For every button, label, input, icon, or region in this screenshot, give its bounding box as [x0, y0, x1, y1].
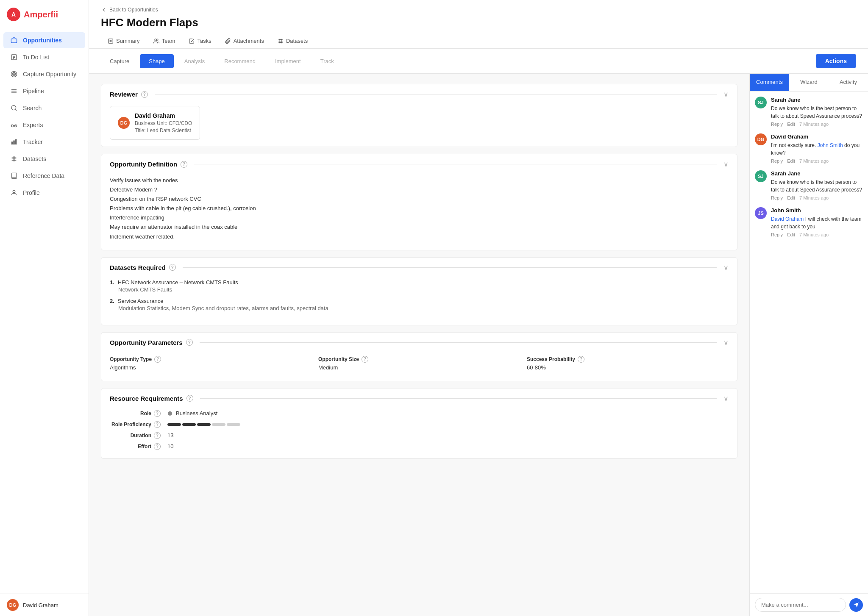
comment-body: John Smith David Graham I will check wit…	[771, 207, 863, 237]
avatar: DG	[7, 599, 19, 611]
resource-req-chevron-icon: ∨	[723, 394, 729, 402]
sidebar-item-label: Tracker	[23, 139, 43, 145]
right-panel: Comments Wizard Activity SJ Sarah Jane D…	[749, 74, 868, 616]
opp-params-help-icon[interactable]: ?	[186, 339, 193, 346]
divider	[200, 342, 717, 343]
list-icon	[10, 53, 18, 61]
svg-point-7	[14, 74, 15, 75]
datasets-req-chevron-icon: ∨	[723, 264, 729, 272]
proficiency-help-icon[interactable]: ?	[154, 421, 161, 428]
param-probability: Success Probability ? 60-80%	[527, 356, 729, 371]
opp-def-title: Opportunity Definition ?	[110, 161, 187, 168]
stage-tab-track[interactable]: Track	[312, 54, 343, 68]
divider	[200, 398, 717, 399]
reviewer-section-header[interactable]: Reviewer ? ∨	[101, 84, 737, 104]
sidebar-item-reference[interactable]: Reference Data	[3, 168, 85, 184]
opp-params-header[interactable]: Opportunity Parameters ? ∨	[101, 333, 737, 352]
reviewer-body: DG David Graham Business Unit: CFO/CDO T…	[101, 104, 737, 147]
datasets-req-help-icon[interactable]: ?	[169, 264, 176, 271]
svg-point-8	[11, 105, 16, 110]
resource-req-header[interactable]: Resource Requirements ? ∨	[101, 388, 737, 408]
actions-button[interactable]: Actions	[816, 54, 856, 68]
resource-grid: Role ? Business Analyst Role Proficiency…	[110, 408, 729, 452]
mention-link[interactable]: John Smith	[818, 142, 843, 148]
svg-point-20	[13, 190, 15, 192]
sidebar-item-capture[interactable]: Capture Opportunity	[3, 66, 85, 82]
sidebar-item-datasets[interactable]: Datasets	[3, 151, 85, 167]
tab-activity[interactable]: Activity	[829, 74, 868, 91]
effort-label: Effort ?	[110, 443, 161, 450]
param-prob-help-icon[interactable]: ?	[578, 356, 584, 363]
dataset-list: 1. HFC Network Assurance – Network CMTS …	[110, 277, 729, 318]
tab-wizard[interactable]: Wizard	[789, 74, 829, 91]
role-help-icon[interactable]: ?	[154, 410, 161, 417]
sub-tab-datasets[interactable]: Datasets	[271, 34, 314, 48]
comment-body: David Graham I'm not exactly sure. John …	[771, 133, 863, 164]
duration-value: 13	[167, 432, 729, 438]
sidebar-nav: Opportunities To Do List Capture Opportu…	[0, 28, 89, 594]
footer-username: David Graham	[23, 602, 58, 608]
effort-help-icon[interactable]: ?	[154, 443, 161, 450]
edit-button[interactable]: Edit	[787, 158, 795, 164]
param-size-help-icon[interactable]: ?	[362, 356, 368, 363]
sidebar-item-experts[interactable]: Experts	[3, 117, 85, 133]
back-link[interactable]: Back to Opportunities	[101, 7, 856, 13]
stage-tab-capture[interactable]: Capture	[101, 54, 138, 68]
comment-input-area	[750, 593, 868, 616]
edit-button[interactable]: Edit	[787, 195, 795, 200]
duration-help-icon[interactable]: ?	[154, 432, 161, 439]
sub-tab-attachments[interactable]: Attachments	[218, 34, 271, 48]
svg-rect-13	[14, 141, 15, 144]
sidebar-item-pipeline[interactable]: Pipeline	[3, 83, 85, 99]
reply-button[interactable]: Reply	[771, 122, 783, 127]
sidebar-item-tracker[interactable]: Tracker	[3, 134, 85, 150]
effort-value: 10	[167, 443, 729, 450]
tab-comments[interactable]: Comments	[750, 74, 789, 91]
opp-def-help-icon[interactable]: ?	[181, 161, 187, 168]
sub-tab-summary[interactable]: Summary	[101, 34, 147, 48]
mention-link[interactable]: David Graham	[771, 216, 804, 222]
sidebar-item-label: Search	[23, 105, 42, 111]
opp-params-section: Opportunity Parameters ? ∨ Opportunity T…	[101, 332, 737, 381]
opp-def-header[interactable]: Opportunity Definition ? ∨	[101, 154, 737, 174]
proficiency-bar	[167, 423, 240, 426]
svg-point-30	[168, 411, 172, 416]
person-icon	[10, 189, 18, 197]
target-icon	[10, 70, 18, 78]
sidebar-item-todo[interactable]: To Do List	[3, 49, 85, 65]
stage-tab-analysis[interactable]: Analysis	[175, 54, 214, 68]
param-type-help-icon[interactable]: ?	[154, 356, 161, 363]
reply-button[interactable]: Reply	[771, 195, 783, 200]
comments-tabs: Comments Wizard Activity	[750, 74, 868, 92]
list-item: 2. Service Assurance Modulation Statisti…	[110, 298, 729, 311]
send-comment-button[interactable]	[849, 598, 863, 612]
comment-input[interactable]	[755, 598, 846, 612]
reply-button[interactable]: Reply	[771, 232, 783, 237]
sidebar-item-profile[interactable]: Profile	[3, 185, 85, 201]
list-item: SJ Sarah Jane Do we know who is the best…	[755, 97, 863, 127]
reply-button[interactable]: Reply	[771, 158, 783, 164]
datasets-req-header[interactable]: Datasets Required ? ∨	[101, 258, 737, 277]
proficiency-label: Role Proficiency ?	[110, 421, 161, 428]
reviewer-help-icon[interactable]: ?	[141, 91, 148, 98]
stage-tab-recommend[interactable]: Recommend	[215, 54, 264, 68]
sub-tab-tasks[interactable]: Tasks	[182, 34, 218, 48]
resource-req-help-icon[interactable]: ?	[186, 395, 193, 402]
avatar: SJ	[755, 170, 767, 182]
edit-button[interactable]: Edit	[787, 232, 795, 237]
comment-actions: Reply Edit 7 Minutes ago	[771, 122, 863, 127]
sidebar-item-search[interactable]: Search	[3, 100, 85, 116]
sub-tab-team[interactable]: Team	[147, 34, 182, 48]
reviewer-title: Reviewer ?	[110, 91, 148, 98]
svg-point-24	[155, 39, 157, 41]
stage-tab-implement[interactable]: Implement	[266, 54, 310, 68]
edit-button[interactable]: Edit	[787, 122, 795, 127]
stage-tab-shape[interactable]: Shape	[140, 54, 174, 68]
sidebar-item-opportunities[interactable]: Opportunities	[3, 32, 85, 48]
comments-list: SJ Sarah Jane Do we know who is the best…	[750, 92, 868, 593]
svg-rect-12	[11, 142, 13, 144]
main-content: Back to Opportunities HFC Modern Flaps S…	[89, 0, 868, 616]
svg-line-9	[15, 109, 17, 111]
resource-req-body: Role ? Business Analyst Role Proficiency…	[101, 408, 737, 458]
datasets-icon	[10, 155, 18, 163]
